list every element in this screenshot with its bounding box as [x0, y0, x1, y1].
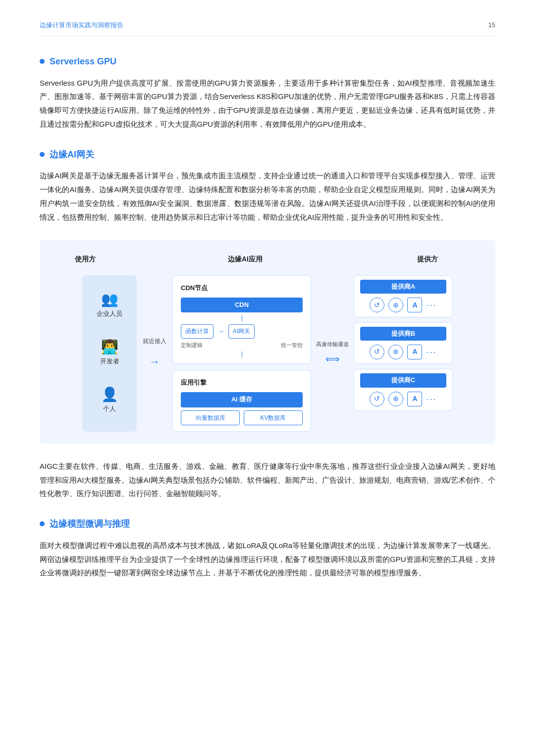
developer-icon: 👨‍💻	[101, 340, 118, 354]
arrow-left: 就近接入 →	[137, 275, 172, 432]
user-personal: 👤 个人	[101, 388, 118, 414]
func-row: 函数计算 → AI网关	[181, 324, 303, 338]
provider-b-icon-1: ↺	[370, 345, 384, 359]
app-engine-title: 应用引擎	[181, 377, 303, 388]
arrow-label: 就近接入	[143, 336, 166, 346]
dot-icon-2	[40, 152, 45, 157]
section-edge-ai-gateway: 边缘AI网关 边缘AI网关是基于边缘无服务器计算平台，预先集成市面主流模型，支持…	[40, 147, 495, 224]
dot-icon	[40, 59, 45, 64]
serverless-gpu-body: Serverless GPU为用户提供高度可扩展、按需使用的GPU算力资源服务，…	[40, 76, 495, 131]
provider-a-icon-1: ↺	[370, 298, 384, 312]
vector-db: 向量数据库	[181, 410, 240, 425]
provider-c: 提供商C ↺ ⊕ A ···	[354, 369, 453, 411]
kv-db: KV数据库	[244, 410, 303, 425]
section-edge-model-finetune: 边缘模型微调与推理 面对大模型微调过程中难以忽视的高昂成本与技术挑战，诸如LoR…	[40, 516, 495, 580]
provider-b: 提供商B ↺ ⊕ A ···	[354, 322, 453, 364]
col-providers: 提供商A ↺ ⊕ A ··· 提供商B ↺ ⊕ A ···	[354, 275, 453, 432]
section-serverless-gpu: Serverless GPU Serverless GPU为用户提供高度可扩展、…	[40, 54, 495, 131]
header: 边缘计算市场实践与洞察报告 15	[40, 20, 495, 36]
col-users: 👥 企业人员 👨‍💻 开发者 👤 个人	[82, 275, 137, 432]
cdn-node-block: CDN节点 CDN 函数计算 → AI网关 定制逻辑 统一管控	[172, 275, 311, 364]
cdn-node-title: CDN节点	[181, 283, 303, 294]
ai-cache-bar: AI 缓存	[181, 392, 303, 407]
app-engine-block: 应用引擎 AI 缓存 向量数据库 KV数据库	[172, 370, 311, 432]
dot-icon-3	[40, 521, 45, 526]
provider-a-icons: ↺ ⊕ A ···	[360, 298, 446, 313]
personal-icon: 👤	[101, 388, 118, 402]
diagram-body: 👥 企业人员 👨‍💻 开发者 👤 个人 就近接入 →	[50, 275, 485, 432]
serverless-gpu-title: Serverless GPU	[50, 54, 116, 69]
provider-c-more: ···	[426, 392, 436, 407]
provider-c-icon-1: ↺	[370, 392, 384, 406]
col-middle: CDN节点 CDN 函数计算 → AI网关 定制逻辑 统一管控	[172, 275, 311, 432]
sub-row: 定制逻辑 统一管控	[181, 341, 303, 350]
col-users-label: 使用方	[58, 253, 112, 265]
section-title-serverless-gpu: Serverless GPU	[40, 54, 495, 69]
header-page: 15	[488, 20, 495, 31]
provider-c-title: 提供商C	[360, 373, 446, 387]
col-middle-label: 边缘AI应用	[176, 253, 315, 265]
enterprise-label: 企业人员	[97, 308, 122, 319]
bidir-arrow-icon: ⟺	[325, 351, 340, 367]
arrow-bidir: 高速传输通道 ⟺	[311, 275, 354, 432]
provider-c-icon-3: A	[407, 392, 422, 406]
func-arrow-icon: →	[217, 326, 224, 338]
section-title-edge-ai-gateway: 边缘AI网关	[40, 147, 495, 162]
aigc-text: AIGC主要在软件、传媒、电商、生活服务、游戏、金融、教育、医疗健康等行业中率先…	[40, 459, 495, 501]
provider-a-title: 提供商A	[360, 280, 446, 294]
header-title: 边缘计算市场实践与洞察报告	[40, 20, 123, 31]
personal-label: 个人	[103, 403, 116, 414]
edge-ai-gateway-body: 边缘AI网关是基于边缘无服务器计算平台，预先集成市面主流模型，支持企业通过统一的…	[40, 169, 495, 224]
user-enterprise: 👥 企业人员	[97, 293, 122, 319]
bidir-label: 高速传输通道	[316, 340, 349, 349]
enterprise-icon: 👥	[101, 293, 118, 306]
aigc-section: AIGC主要在软件、传媒、电商、生活服务、游戏、金融、教育、医疗健康等行业中率先…	[40, 459, 495, 501]
func-compute: 函数计算	[181, 324, 214, 338]
provider-b-icons: ↺ ⊕ A ···	[360, 345, 446, 360]
provider-b-title: 提供商B	[360, 327, 446, 341]
user-developer: 👨‍💻 开发者	[100, 340, 119, 367]
page: 边缘计算市场实践与洞察报告 15 Serverless GPU Serverle…	[0, 0, 535, 756]
provider-b-icon-2: ⊕	[388, 345, 403, 359]
provider-a-more: ···	[426, 298, 436, 313]
edge-ai-gateway-title: 边缘AI网关	[50, 147, 94, 162]
provider-c-icons: ↺ ⊕ A ···	[360, 392, 446, 407]
developer-label: 开发者	[100, 356, 119, 367]
col-providers-label: 提供方	[378, 253, 477, 265]
provider-b-icon-3: A	[407, 345, 422, 359]
edge-model-body: 面对大模型微调过程中难以忽视的高昂成本与技术挑战，诸如LoRA及QLoRa等轻量…	[40, 539, 495, 580]
cdn-bar: CDN	[181, 298, 303, 312]
provider-a: 提供商A ↺ ⊕ A ···	[354, 275, 453, 317]
right-arrow-icon: →	[149, 353, 160, 371]
provider-a-icon-3: A	[407, 298, 422, 312]
diagram: 使用方 边缘AI应用 提供方 👥 企业人员 👨‍💻 开发者 👤 个人	[40, 240, 495, 444]
section-title-edge-model: 边缘模型微调与推理	[40, 516, 495, 532]
sub-control: 统一管控	[281, 341, 303, 350]
sub-logic: 定制逻辑	[181, 341, 203, 350]
edge-model-title: 边缘模型微调与推理	[50, 516, 130, 532]
db-row: 向量数据库 KV数据库	[181, 410, 303, 425]
ai-gateway-box: AI网关	[228, 324, 255, 338]
provider-c-icon-2: ⊕	[388, 392, 403, 406]
provider-b-more: ···	[426, 345, 436, 360]
provider-a-icon-2: ⊕	[388, 298, 403, 312]
